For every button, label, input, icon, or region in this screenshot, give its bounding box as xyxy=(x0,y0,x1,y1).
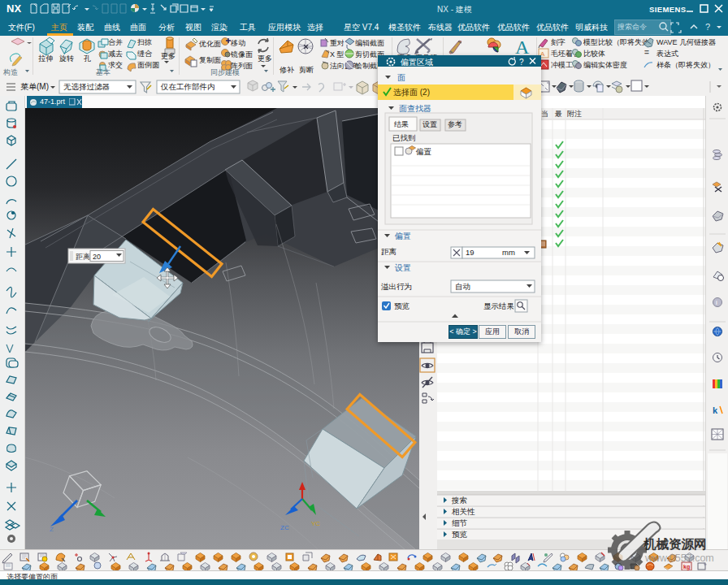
svg-text:k: k xyxy=(713,405,718,415)
svg-text:Z: Z xyxy=(50,526,54,533)
svg-text:缝合: 缝合 xyxy=(137,50,153,58)
svg-text:结果: 结果 xyxy=(394,120,409,128)
svg-text:?: ? xyxy=(705,22,710,32)
svg-text:相关性: 相关性 xyxy=(452,507,475,516)
svg-text:设置: 设置 xyxy=(394,263,411,272)
svg-text:搜索: 搜索 xyxy=(451,496,467,505)
svg-text:仅在工作部件内: 仅在工作部件内 xyxy=(160,82,215,91)
svg-text:减去: 减去 xyxy=(108,50,123,58)
svg-text:当: 当 xyxy=(541,110,548,118)
svg-text:20: 20 xyxy=(93,253,101,261)
svg-text:镜像面: 镜像面 xyxy=(230,50,253,58)
svg-text:无选择过滤器: 无选择过滤器 xyxy=(63,82,110,91)
svg-text:i: i xyxy=(716,299,717,306)
svg-text:预览: 预览 xyxy=(452,530,468,539)
svg-text:编辑实体密度: 编辑实体密度 xyxy=(583,61,627,69)
svg-text:距离: 距离 xyxy=(381,247,397,256)
svg-text:附注: 附注 xyxy=(567,110,582,118)
svg-text:WAVE 几何链接器: WAVE 几何链接器 xyxy=(656,38,716,46)
svg-text:优化面: 优化面 xyxy=(198,40,221,48)
svg-text:预览: 预览 xyxy=(394,301,410,310)
svg-text:构造: 构造 xyxy=(2,68,18,76)
svg-text:mm: mm xyxy=(502,248,515,257)
svg-text:表达式: 表达式 xyxy=(656,50,678,58)
svg-text:刻字: 刻字 xyxy=(551,38,566,46)
svg-text:细节: 细节 xyxy=(452,518,468,527)
svg-text:kg: kg xyxy=(683,564,690,570)
svg-text:剪断: 剪断 xyxy=(299,66,314,74)
svg-text:样条（即将失效）: 样条（即将失效） xyxy=(656,61,715,69)
svg-text:19: 19 xyxy=(466,248,474,257)
svg-text:设置: 设置 xyxy=(422,120,437,128)
svg-text:编辑截面: 编辑截面 xyxy=(355,39,384,47)
svg-text:同步建模: 同步建模 xyxy=(210,68,240,76)
svg-text:拉伸: 拉伸 xyxy=(38,54,53,63)
svg-text:YC: YC xyxy=(311,520,320,527)
svg-text:?: ? xyxy=(519,58,524,67)
svg-text:更多: 更多 xyxy=(258,54,272,63)
svg-text:面查找器: 面查找器 xyxy=(399,104,431,113)
svg-text:面: 面 xyxy=(397,73,405,82)
svg-text:扫掠: 扫掠 xyxy=(137,38,152,46)
svg-text:孔: 孔 xyxy=(84,54,91,63)
svg-text:合并: 合并 xyxy=(108,38,123,46)
svg-text:参考: 参考 xyxy=(448,120,462,128)
svg-text:自动: 自动 xyxy=(455,282,470,291)
svg-text:移动: 移动 xyxy=(230,39,245,47)
svg-text:基本: 基本 xyxy=(96,68,110,76)
svg-text:ZC: ZC xyxy=(280,524,289,531)
svg-text:最: 最 xyxy=(554,110,562,118)
svg-text:更多: 更多 xyxy=(161,52,176,60)
svg-text:复制面: 复制面 xyxy=(199,56,221,64)
svg-text:选择面 (2): 选择面 (2) xyxy=(393,88,430,97)
svg-text:比较体: 比较体 xyxy=(583,50,605,58)
svg-text:=: = xyxy=(644,48,649,57)
svg-text:旋转: 旋转 xyxy=(59,54,74,63)
svg-text:重对: 重对 xyxy=(330,39,344,47)
svg-text:菜单(M): 菜单(M) xyxy=(20,82,49,91)
svg-text:溢出行为: 溢出行为 xyxy=(381,282,412,291)
svg-text:X 型: X 型 xyxy=(330,50,344,58)
svg-text:面倒圆: 面倒圆 xyxy=(137,61,159,69)
svg-text:已找到: 已找到 xyxy=(392,133,416,142)
svg-text:修补: 修补 xyxy=(280,66,294,74)
svg-text:偏置: 偏置 xyxy=(394,232,411,240)
svg-text:距离: 距离 xyxy=(76,253,90,261)
svg-text:显示结果: 显示结果 xyxy=(483,301,514,310)
svg-text:偏置: 偏置 xyxy=(415,147,432,156)
